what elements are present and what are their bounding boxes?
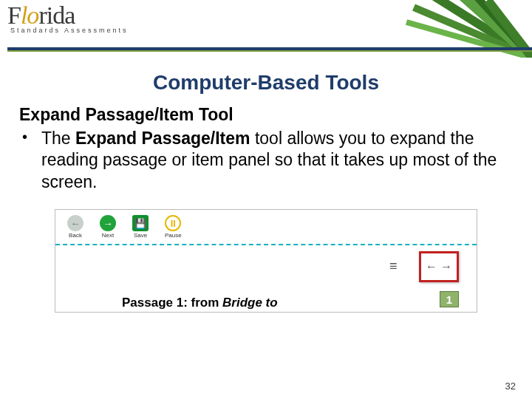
logo-wordmark: Florida (7, 1, 129, 30)
question-number-badge[interactable]: 1 (440, 291, 459, 307)
panel-divider-area: ≡ ← → (389, 248, 463, 285)
pause-label: Pause (165, 232, 182, 239)
pause-button[interactable]: II Pause (165, 215, 182, 239)
passage-prefix: Passage 1: (122, 296, 191, 310)
hamburger-icon[interactable]: ≡ (389, 259, 396, 274)
passage-title: Passage 1: from Bridge to (122, 296, 278, 310)
expand-passage-button[interactable]: ← → (419, 251, 459, 282)
bullet-item: • The Expand Passage/Item tool allows yo… (19, 128, 513, 193)
save-label: Save (134, 232, 147, 239)
arrow-right-icon: → (100, 215, 116, 231)
logo-subtitle: Standards Assessments (7, 27, 129, 34)
next-label: Next (102, 232, 114, 239)
passage-mid: from (191, 296, 223, 310)
passage-name: Bridge to (222, 296, 278, 310)
bullet-marker: • (19, 128, 41, 193)
pause-icon: II (165, 215, 181, 231)
back-label: Back (69, 232, 82, 239)
content-area: Expand Passage/Item Tool • The Expand Pa… (0, 95, 532, 313)
save-button[interactable]: 💾 Save (132, 215, 149, 239)
slide-title: Computer-Based Tools (0, 71, 532, 95)
back-button[interactable]: ← Back (67, 215, 83, 239)
page-number: 32 (505, 381, 516, 392)
embedded-screenshot: ← Back → Next 💾 Save II Pause ≡ ← → Pass… (55, 209, 477, 313)
bullet-text: The Expand Passage/Item tool allows you … (41, 128, 513, 193)
screenshot-toolbar: ← Back → Next 💾 Save II Pause (55, 210, 477, 245)
arrow-left-icon: ← (67, 215, 83, 231)
save-icon: 💾 (132, 215, 149, 231)
header-divider (7, 47, 532, 50)
bullet-pre: The (41, 129, 75, 148)
bullet-bold: Expand Passage/Item (75, 129, 250, 148)
slide-header: Florida Standards Assessments (0, 0, 532, 58)
section-heading: Expand Passage/Item Tool (19, 105, 513, 125)
logo: Florida Standards Assessments (7, 1, 129, 34)
next-button[interactable]: → Next (100, 215, 116, 239)
